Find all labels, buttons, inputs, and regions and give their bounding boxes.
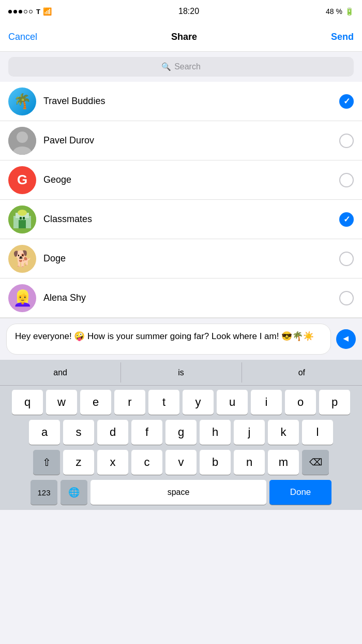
shift-key[interactable]: ⇧ xyxy=(33,450,60,475)
key-x[interactable]: x xyxy=(97,450,128,475)
send-arrow-icon: ▲ xyxy=(340,334,351,343)
dot-4 xyxy=(24,10,27,13)
contact-item-classmates[interactable]: Classmates xyxy=(0,200,362,239)
search-container: 🔍 Search xyxy=(0,52,362,82)
avatar-svg-classmates xyxy=(8,206,36,233)
avatar-travel-buddies: 🌴 xyxy=(8,87,36,115)
key-h[interactable]: h xyxy=(200,420,231,445)
contact-item-pavel-durov[interactable]: Pavel Durov xyxy=(0,121,362,160)
backspace-key[interactable]: ⌫ xyxy=(302,450,329,475)
checkbox-alena-shy[interactable] xyxy=(339,291,354,305)
checkbox-classmates[interactable] xyxy=(339,212,354,227)
key-b[interactable]: b xyxy=(200,450,231,475)
key-d[interactable]: d xyxy=(97,420,128,445)
battery-percent: 48 % xyxy=(326,7,342,16)
contact-name-pavel-durov: Pavel Durov xyxy=(43,135,339,146)
contact-item-travel-buddies[interactable]: 🌴 Travel Buddies xyxy=(0,82,362,121)
svg-point-9 xyxy=(18,210,27,216)
contact-name-doge: Doge xyxy=(43,253,339,264)
dot-1 xyxy=(8,10,12,13)
svg-point-1 xyxy=(17,131,28,143)
key-s[interactable]: s xyxy=(63,420,94,445)
space-key[interactable]: space xyxy=(90,480,266,505)
suggestion-is[interactable]: is xyxy=(120,360,241,385)
avatar-doge: 🐕 xyxy=(8,245,36,273)
cancel-button[interactable]: Cancel xyxy=(8,32,37,42)
contact-name-geoge: Geoge xyxy=(43,174,339,185)
signal-dots xyxy=(8,10,33,13)
search-bar[interactable]: 🔍 Search xyxy=(8,57,354,77)
key-z[interactable]: z xyxy=(63,450,94,475)
send-message-button[interactable]: ▲ xyxy=(336,329,356,349)
page-title: Share xyxy=(171,32,197,42)
carrier: T xyxy=(36,8,40,16)
message-input[interactable]: Hey everyone! 🤪 How is your summer going… xyxy=(6,324,331,355)
checkbox-doge[interactable] xyxy=(339,252,354,266)
nav-bar: Cancel Share Send xyxy=(0,23,362,52)
key-l[interactable]: l xyxy=(302,420,333,445)
avatar-classmates xyxy=(8,206,36,233)
key-k[interactable]: k xyxy=(268,420,299,445)
key-i[interactable]: i xyxy=(251,390,282,415)
contact-item-geoge[interactable]: G Geoge xyxy=(0,160,362,200)
keyboard-row-1: q w e r t y u i o p xyxy=(2,390,360,415)
contact-item-alena-shy[interactable]: 👱‍♀️ Alena Shy xyxy=(0,279,362,318)
key-g[interactable]: g xyxy=(165,420,197,445)
globe-key[interactable]: 🌐 xyxy=(61,480,87,505)
avatar-alena-shy: 👱‍♀️ xyxy=(8,284,36,312)
avatar-svg-pavel xyxy=(8,127,36,155)
key-r[interactable]: r xyxy=(114,390,145,415)
message-input-area: Hey everyone! 🤪 How is your summer going… xyxy=(0,318,362,360)
key-q[interactable]: q xyxy=(12,390,43,415)
key-a[interactable]: a xyxy=(29,420,60,445)
keyboard-suggestions: and is of xyxy=(0,360,362,386)
key-p[interactable]: p xyxy=(319,390,350,415)
status-left: T 📶 xyxy=(8,7,52,16)
contact-list: 🌴 Travel Buddies Pavel Durov G Geoge xyxy=(0,82,362,318)
checkbox-pavel-durov[interactable] xyxy=(339,134,354,148)
key-y[interactable]: y xyxy=(183,390,214,415)
key-v[interactable]: v xyxy=(165,450,197,475)
search-icon: 🔍 xyxy=(161,62,171,71)
key-f[interactable]: f xyxy=(131,420,162,445)
svg-rect-6 xyxy=(19,220,26,228)
dot-2 xyxy=(13,10,17,13)
status-bar: T 📶 18:20 48 % 🔋 xyxy=(0,0,362,23)
contact-item-doge[interactable]: 🐕 Doge xyxy=(0,239,362,279)
key-o[interactable]: o xyxy=(285,390,316,415)
status-time: 18:20 xyxy=(178,7,199,16)
status-right: 48 % 🔋 xyxy=(326,7,354,16)
keyboard-row-4: 123 🌐 space Done xyxy=(2,480,360,505)
contact-name-alena-shy: Alena Shy xyxy=(43,292,339,303)
search-placeholder: Search xyxy=(174,62,201,71)
keyboard-row-3: ⇧ z x c v b n m ⌫ xyxy=(2,450,360,475)
svg-rect-8 xyxy=(23,217,25,219)
avatar-geoge: G xyxy=(8,166,36,194)
dot-5 xyxy=(29,10,33,13)
suggestion-of[interactable]: of xyxy=(242,360,362,385)
key-e[interactable]: e xyxy=(80,390,111,415)
dot-3 xyxy=(19,10,22,13)
send-button[interactable]: Send xyxy=(331,32,354,42)
contact-name-classmates: Classmates xyxy=(43,214,339,225)
wifi-icon: 📶 xyxy=(43,7,52,16)
svg-rect-7 xyxy=(20,217,22,219)
numbers-key[interactable]: 123 xyxy=(31,480,57,505)
keyboard: q w e r t y u i o p a s d f g h j k l ⇧ … xyxy=(0,386,362,510)
keyboard-row-2: a s d f g h j k l xyxy=(2,420,360,445)
checkbox-geoge[interactable] xyxy=(339,173,354,187)
key-m[interactable]: m xyxy=(268,450,299,475)
contact-name-travel-buddies: Travel Buddies xyxy=(43,96,339,107)
key-n[interactable]: n xyxy=(234,450,265,475)
key-c[interactable]: c xyxy=(131,450,162,475)
avatar-pavel-durov xyxy=(8,127,36,155)
key-t[interactable]: t xyxy=(148,390,179,415)
suggestion-and[interactable]: and xyxy=(0,360,120,385)
checkbox-travel-buddies[interactable] xyxy=(339,94,354,109)
key-j[interactable]: j xyxy=(234,420,265,445)
battery-icon: 🔋 xyxy=(345,7,354,16)
key-w[interactable]: w xyxy=(46,390,77,415)
key-u[interactable]: u xyxy=(217,390,248,415)
done-key[interactable]: Done xyxy=(269,480,331,505)
